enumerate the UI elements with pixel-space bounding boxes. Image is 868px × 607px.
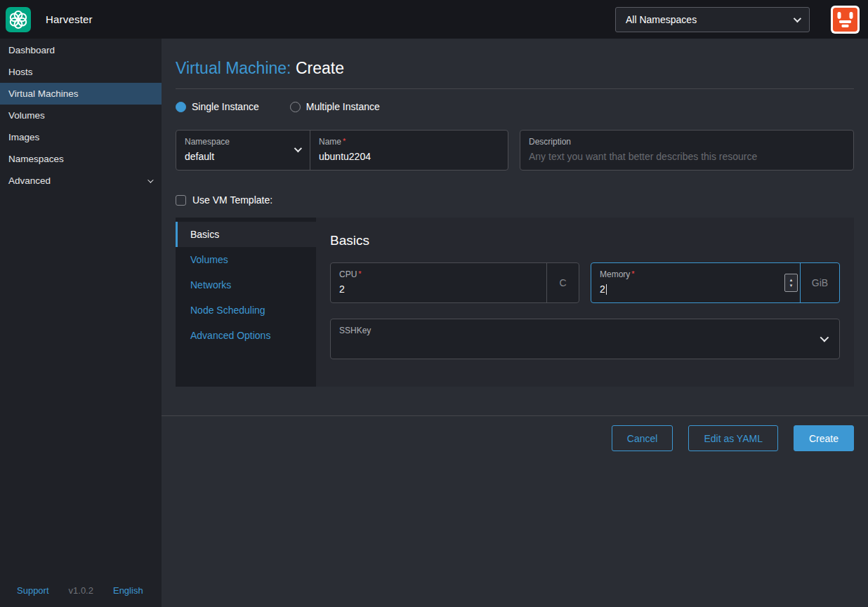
sshkey-select[interactable]: SSHKey [330, 319, 840, 359]
cpu-input[interactable] [339, 284, 538, 295]
footer-divider [162, 415, 868, 416]
tab-basics[interactable]: Basics [176, 222, 316, 247]
cpu-field: CPU* C [330, 262, 579, 303]
sidebar-item-advanced[interactable]: Advanced [0, 170, 162, 192]
rancher-logo-icon[interactable] [831, 6, 860, 34]
sidebar-item-label: Dashboard [8, 45, 55, 55]
chevron-down-icon [147, 177, 153, 182]
required-asterisk: * [358, 269, 361, 278]
single-instance-radio[interactable]: Single Instance [176, 101, 259, 112]
tab-volumes[interactable]: Volumes [176, 247, 316, 272]
description-input[interactable] [529, 151, 845, 162]
namespace-value: default [185, 151, 301, 162]
name-input[interactable] [319, 151, 499, 162]
namespace-filter-value: All Namespaces [626, 14, 697, 25]
namespace-label: Namespace [185, 137, 301, 147]
sidebar-item-label: Virtual Machines [8, 88, 79, 99]
vm-config-panel: Basics Volumes Networks Node Scheduling … [176, 218, 854, 387]
harvester-logo-icon[interactable] [6, 7, 31, 32]
namespace-name-group: Namespace default Name* [176, 130, 508, 171]
form-actions: Cancel Edit as YAML Create [176, 425, 854, 451]
sshkey-label: SSHKey [339, 326, 831, 335]
sidebar-nav: Dashboard Hosts Virtual Machines Volumes… [0, 39, 162, 192]
basics-heading: Basics [330, 233, 840, 248]
cpu-label: CPU* [339, 269, 538, 279]
main-content: Virtual Machine: Create Single Instance … [162, 39, 868, 607]
sidebar-item-hosts[interactable]: Hosts [0, 61, 162, 83]
sidebar-item-label: Volumes [8, 110, 45, 121]
radio-unselected-icon [290, 102, 301, 112]
title-divider [176, 88, 854, 89]
text-caret [606, 284, 607, 295]
sidebar-item-images[interactable]: Images [0, 126, 162, 148]
sidebar-item-dashboard[interactable]: Dashboard [0, 39, 162, 61]
top-header: Harvester All Namespaces [0, 0, 868, 39]
cpu-input-area: CPU* [331, 263, 546, 302]
page-title-action: Create [296, 59, 344, 77]
sidebar-item-label: Images [8, 132, 39, 142]
language-link[interactable]: English [113, 585, 143, 596]
support-link[interactable]: Support [17, 585, 49, 596]
tab-label: Node Scheduling [190, 305, 265, 316]
memory-value: 2 [600, 284, 776, 295]
sidebar-item-volumes[interactable]: Volumes [0, 105, 162, 126]
name-label: Name* [319, 137, 499, 147]
sidebar-item-label: Hosts [8, 67, 33, 77]
description-field: Description [520, 130, 854, 171]
description-label: Description [529, 137, 845, 147]
config-tab-list: Basics Volumes Networks Node Scheduling … [176, 218, 316, 387]
multiple-instance-radio[interactable]: Multiple Instance [290, 101, 380, 112]
create-button[interactable]: Create [794, 425, 854, 451]
tab-networks[interactable]: Networks [176, 272, 316, 298]
memory-unit-suffix: GiB [800, 263, 839, 302]
brand[interactable]: Harvester [6, 7, 93, 32]
sidebar-footer: Support v1.0.2 English [0, 585, 162, 596]
sidebar: Dashboard Hosts Virtual Machines Volumes… [0, 39, 162, 607]
sidebar-item-namespaces[interactable]: Namespaces [0, 148, 162, 170]
page-title: Virtual Machine: Create [176, 59, 854, 78]
version-label: v1.0.2 [69, 585, 93, 596]
app-name: Harvester [46, 13, 93, 25]
memory-stepper[interactable]: ▴ ▾ [784, 274, 798, 292]
sidebar-item-label: Advanced [8, 175, 51, 186]
instance-mode-group: Single Instance Multiple Instance [176, 101, 854, 112]
tab-label: Basics [190, 229, 219, 240]
stepper-down-icon[interactable]: ▾ [790, 283, 793, 288]
page-title-type: Virtual Machine: [176, 59, 291, 77]
stepper-up-icon[interactable]: ▴ [790, 277, 793, 283]
required-asterisk: * [631, 269, 634, 278]
namespace-filter-select[interactable]: All Namespaces [615, 7, 810, 32]
chevron-down-icon [794, 14, 801, 22]
tab-node-scheduling[interactable]: Node Scheduling [176, 298, 316, 323]
namespace-select[interactable]: Namespace default [176, 131, 310, 170]
memory-input-area[interactable]: Memory* 2 [591, 263, 784, 302]
radio-selected-icon [176, 102, 186, 112]
cancel-button[interactable]: Cancel [612, 425, 673, 451]
tab-label: Networks [190, 279, 231, 291]
tab-label: Advanced Options [190, 330, 270, 341]
cpu-memory-row: CPU* C Memory* 2 [330, 262, 840, 303]
basics-tab-content: Basics CPU* C [316, 218, 854, 387]
use-vm-template-checkbox[interactable]: Use VM Template: [176, 194, 272, 206]
use-vm-template-label: Use VM Template: [192, 194, 272, 206]
tab-label: Volumes [190, 254, 228, 265]
sidebar-item-label: Namespaces [8, 154, 64, 164]
memory-field[interactable]: Memory* 2 ▴ ▾ GiB [591, 262, 840, 303]
cpu-unit-suffix: C [546, 263, 579, 302]
name-field: Name* [310, 131, 508, 170]
checkbox-unchecked-icon [176, 195, 186, 206]
edit-as-yaml-button[interactable]: Edit as YAML [688, 425, 778, 451]
app-root: Harvester All Namespaces [0, 0, 868, 607]
multiple-instance-label: Multiple Instance [306, 101, 380, 112]
tab-advanced-options[interactable]: Advanced Options [176, 323, 316, 348]
required-asterisk: * [343, 137, 346, 145]
sidebar-item-virtual-machines[interactable]: Virtual Machines [0, 83, 162, 105]
header-right: All Namespaces [615, 6, 860, 34]
identity-field-row: Namespace default Name* Description [176, 130, 854, 171]
single-instance-label: Single Instance [192, 101, 259, 112]
memory-label: Memory* [600, 269, 776, 279]
